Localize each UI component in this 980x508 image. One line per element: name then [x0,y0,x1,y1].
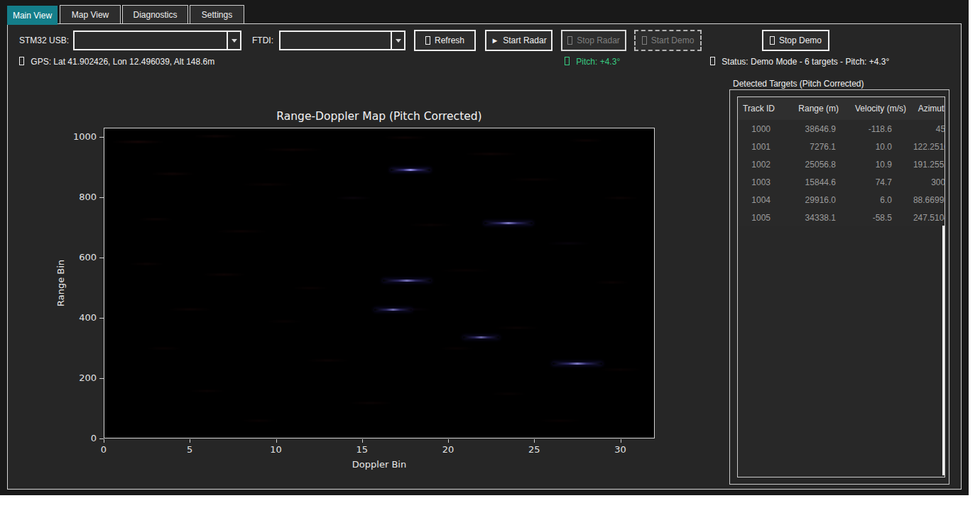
table-cell: 191.2552 [910,160,945,170]
y-tick-label: 1000 [65,131,97,142]
stop-icon [567,36,572,45]
table-cell: 6.0 [843,195,910,205]
y-tick-label: 800 [65,192,97,202]
range-doppler-plot [104,128,655,438]
stop-radar-button: Stop Radar [561,30,626,51]
app-window: Main View Map View Diagnostics Settings … [0,0,969,495]
tab-diagnostics[interactable]: Diagnostics [122,5,188,23]
table-cell: 122.2510 [910,142,945,152]
table-cell: 38646.9 [779,124,843,134]
x-tick-mark [362,439,363,443]
table-cell: 10.9 [843,160,910,170]
y-axis-label: Range Bin [55,260,66,307]
tab-main-view[interactable]: Main View [7,6,58,25]
table-cell: 10.0 [843,142,910,152]
table-row[interactable]: 100315844.674.7300° [738,173,944,191]
tab-settings[interactable]: Settings [190,5,244,23]
table-cell: 25056.8 [779,160,843,170]
table-cell: 74.7 [843,177,910,187]
ftdi-combobox-arrow[interactable] [391,32,404,49]
column-header-track-id: Track ID [738,104,779,114]
targets-table-header: Track ID Range (m) Velocity (m/s) Azimut… [738,97,944,120]
table-cell: 1000 [738,124,779,134]
table-cell: 1004 [738,195,779,205]
stm32-usb-combobox[interactable] [73,31,241,50]
table-cell: 1001 [738,142,779,152]
table-cell: 7276.1 [779,142,843,152]
tab-map-view[interactable]: Map View [60,5,121,23]
table-row[interactable]: 100038646.9-118.645° [738,120,944,138]
targets-table-body: 100038646.9-118.645°10017276.110.0122.25… [738,120,944,226]
table-cell: 88.66998 [910,195,945,205]
table-row[interactable]: 100534338.1-58.5247.5104 [738,209,944,226]
table-cell: -118.6 [843,124,910,134]
table-cell: 1002 [738,160,779,170]
status-text: Status: Demo Mode - 6 targets - Pitch: +… [710,57,889,67]
pitch-icon [565,57,570,65]
x-tick-label: 5 [175,444,204,455]
x-tick-label: 0 [89,444,118,455]
x-tick-label: 30 [606,444,635,455]
status-icon [710,57,715,65]
ftdi-combobox[interactable] [279,31,405,50]
targets-panel-title: Detected Targets (Pitch Corrected) [733,79,864,89]
start-demo-button: Start Demo [634,30,702,51]
table-row[interactable]: 100225056.810.9191.2552 [738,155,944,173]
y-tick-mark [99,137,104,138]
x-tick-label: 10 [262,444,290,455]
pitch-status-text: Pitch: +4.3° [565,57,620,67]
table-cell: -58.5 [843,213,910,223]
start-radar-button[interactable]: ► Start Radar [485,30,552,51]
table-row[interactable]: 10017276.110.0122.2510 [738,138,944,155]
table-cell: 34338.1 [779,213,843,223]
x-tick-mark [190,439,190,443]
column-header-range: Range (m) [779,104,843,114]
x-tick-mark [621,439,621,443]
table-row[interactable]: 100429916.06.088.66998 [738,191,944,209]
satellite-icon [19,57,24,65]
table-cell: 45° [910,124,945,134]
stm32-usb-combobox-arrow[interactable] [227,32,240,49]
column-header-velocity: Velocity (m/s) [843,104,910,114]
y-tick-mark [99,438,104,439]
x-tick-mark [104,439,104,443]
table-scrollbar[interactable] [942,226,944,475]
x-tick-label: 15 [348,444,376,455]
stop-icon [770,36,775,45]
table-cell: 300° [910,177,945,187]
y-tick-label: 400 [65,312,97,323]
x-tick-label: 25 [520,444,548,455]
column-header-azimuth: Azimuth [910,104,945,114]
y-tick-mark [99,258,104,258]
table-cell: 1005 [738,213,779,223]
y-tick-label: 600 [65,252,97,263]
table-cell: 15844.6 [779,177,843,187]
stm32-usb-label: STM32 USB: [19,35,69,45]
ftdi-label: FTDI: [252,35,273,45]
x-tick-mark [276,439,277,443]
targets-table: Track ID Range (m) Velocity (m/s) Azimut… [737,96,945,477]
refresh-button[interactable]: Refresh [414,30,476,51]
chevron-down-icon [232,39,237,43]
chart-title: Range-Doppler Map (Pitch Corrected) [104,110,655,123]
x-axis-label: Doppler Bin [104,459,655,470]
y-tick-mark [99,378,104,379]
table-cell: 29916.0 [779,195,843,205]
gps-status-text: GPS: Lat 41.902426, Lon 12.496039, Alt 1… [19,57,214,67]
x-tick-mark [448,439,449,443]
chevron-down-icon [396,39,401,43]
table-cell: 1003 [738,177,779,187]
refresh-icon [425,36,430,45]
x-tick-label: 20 [434,444,462,455]
y-tick-label: 200 [65,372,97,383]
table-cell: 247.5104 [910,213,945,223]
x-tick-mark [534,439,535,443]
y-tick-label: 0 [65,433,97,443]
y-tick-mark [99,197,104,198]
y-tick-mark [99,318,104,319]
play-icon: ► [491,36,499,45]
stop-demo-button[interactable]: Stop Demo [762,30,829,51]
demo-icon [642,36,647,45]
